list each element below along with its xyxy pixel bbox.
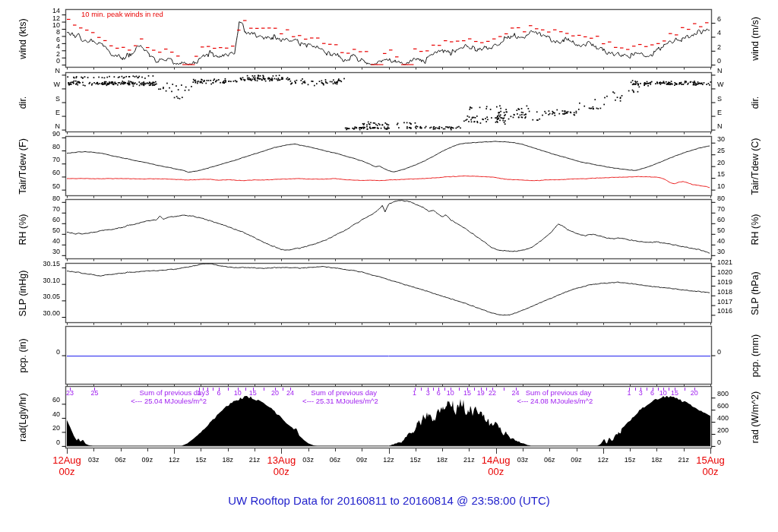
y-tick-label-left-dir: E (55, 109, 60, 116)
x-minor-label: 21z (463, 456, 475, 464)
rad-sum-value: <--- 24.08 MJoules/m^2 (517, 397, 593, 405)
y-tick-label-right-rh: 40 (717, 237, 725, 245)
y-tick-label-left-dir: N (55, 67, 61, 74)
y-tick-label-left-temp: 70 (52, 156, 60, 163)
y-tick-label-right-rh: 30 (717, 248, 725, 255)
y-tick-label-right-pcp: 0 (717, 348, 721, 356)
rad-cumsum-tick: 19 (477, 389, 485, 397)
axis-title-left-rad: rad(Lgly/hr) (17, 393, 28, 442)
y-tick-label-right-dir: S (717, 95, 722, 103)
rad-cumsum-tick: 3 (639, 389, 643, 397)
x-minor-label: 12z (169, 456, 180, 464)
y-tick-label-left-dir: W (54, 81, 61, 88)
y-tick-label-right-dir: E (717, 109, 722, 116)
axis-title-right-dir: dir. (750, 96, 761, 109)
rad-cumsum-tick: 10 (447, 389, 454, 397)
y-tick-label-left-rh: 80 (52, 195, 60, 202)
y-tick-label-left-temp: 50 (52, 182, 60, 190)
x-minor-label: 03z (88, 456, 100, 464)
x-major-label: 14Aug00z (482, 454, 511, 477)
x-minor-label: 03z (517, 456, 529, 464)
y-tick-label-left-slp: 30.10 (43, 277, 60, 284)
y-tick-label-left-rad: 60 (52, 396, 60, 404)
y-tick-label-left-dir: S (55, 95, 60, 103)
rad-cumsum-tick: 23 (66, 389, 74, 397)
rad-cumsum-tick: 15 (463, 389, 471, 397)
x-minor-label: 15z (625, 456, 636, 464)
y-tick-label-right-dir: N (717, 122, 723, 130)
rad-sum-value: <--- 25.04 MJoules/m^2 (131, 397, 207, 405)
x-minor-label: 18z (437, 456, 448, 464)
rad-cumsum-tick: 6 (217, 389, 220, 397)
y-tick-label-right-temp: 30 (717, 135, 725, 143)
rad-cumsum-tick: 24 (512, 389, 520, 397)
y-tick-label-right-wind: 0 (717, 57, 721, 65)
x-minor-label: 09z (571, 456, 582, 464)
y-tick-label-left-slp: 30.00 (43, 309, 60, 317)
y-tick-label-right-rh: 60 (717, 216, 725, 223)
rad-sum-label: Sum of previous day (526, 388, 592, 397)
x-minor-label: 03z (302, 456, 314, 464)
x-minor-label: 06z (330, 456, 341, 464)
axis-title-right-slp: SLP (hPa) (750, 271, 761, 315)
y-tick-label-left-temp: 80 (52, 143, 60, 150)
y-tick-label-left-slp: 30.15 (43, 260, 60, 268)
y-tick-label-left-wind: 2 (56, 50, 60, 58)
y-tick-label-left-rh: 70 (52, 205, 60, 213)
y-tick-label-right-temp: 25 (717, 147, 725, 154)
x-major-label: 13Aug00z (267, 454, 296, 477)
y-tick-label-right-wind: 6 (717, 15, 721, 23)
rad-cumsum-tick: 24 (286, 389, 294, 397)
x-minor-label: 09z (356, 456, 368, 464)
axis-title-left-slp: SLP (inHg) (17, 270, 28, 316)
x-minor-label: 15z (195, 456, 207, 464)
y-tick-label-right-slp: 1019 (717, 278, 732, 286)
x-minor-label: 18z (222, 456, 233, 464)
x-minor-label: 06z (115, 456, 126, 464)
rad-cumsum-tick: 1 (627, 389, 631, 397)
y-tick-label-left-rh: 60 (52, 216, 60, 223)
rad-cumsum-tick: 3 (426, 389, 430, 397)
y-tick-label-left-temp: 60 (52, 169, 60, 176)
rad-cumsum-tick: 15 (671, 389, 678, 397)
x-minor-label: 12z (598, 456, 609, 464)
axis-title-left-rh: RH (%) (17, 214, 28, 245)
meteogram-canvas (0, 0, 778, 532)
y-tick-label-right-rad: 200 (717, 426, 729, 434)
y-tick-label-left-rh: 40 (52, 237, 60, 245)
x-major-label: 12Aug00z (52, 454, 81, 477)
y-tick-label-left-wind: 12 (52, 14, 60, 22)
y-tick-label-left-dir: N (55, 122, 61, 130)
y-tick-label-right-dir: W (717, 81, 724, 88)
y-tick-label-left-rh: 30 (52, 248, 60, 255)
y-tick-label-left-temp: 90 (52, 130, 60, 138)
y-tick-label-right-slp: 1016 (717, 307, 732, 315)
rad-cumsum-tick: 20 (691, 389, 698, 397)
x-minor-label: 06z (544, 456, 555, 464)
y-tick-label-left-wind: 4 (56, 43, 60, 50)
y-tick-label-right-rad: 400 (717, 414, 729, 422)
axis-title-right-rh: RH (%) (750, 214, 761, 245)
meteogram-frame: 024681012140246wind (kts)wind (m/s)NWSEN… (0, 0, 778, 532)
y-tick-label-right-slp: 1021 (717, 258, 732, 266)
y-tick-label-right-rad: 0 (717, 439, 721, 446)
y-tick-label-right-rh: 70 (717, 205, 725, 213)
y-tick-label-right-rad: 600 (717, 402, 729, 410)
y-tick-label-left-wind: 8 (56, 28, 60, 36)
x-minor-label: 12z (383, 456, 394, 464)
y-tick-label-right-slp: 1018 (717, 288, 732, 296)
rad-cumsum-tick: 3 (205, 389, 209, 397)
rad-cumsum-tick: 10 (659, 389, 667, 397)
rad-cumsum-tick: 25 (90, 389, 98, 397)
y-tick-label-left-wind: 10 (52, 21, 60, 29)
axis-title-left-temp: Tair/Tdew (F) (17, 138, 28, 195)
y-tick-label-right-rad: 800 (717, 390, 729, 397)
y-tick-label-right-temp: 15 (717, 170, 725, 178)
rad-sum-value: <--- 25.31 MJoules/m^2 (302, 397, 378, 405)
axis-title-right-pcp: pcp. (mm) (750, 334, 761, 376)
x-minor-label: 21z (678, 456, 689, 464)
rad-cumsum-tick: 6 (650, 389, 654, 397)
axis-title-right-temp: Tair/Tdew (C) (750, 138, 761, 195)
x-minor-label: 09z (142, 456, 153, 464)
x-minor-label: 18z (651, 456, 663, 464)
